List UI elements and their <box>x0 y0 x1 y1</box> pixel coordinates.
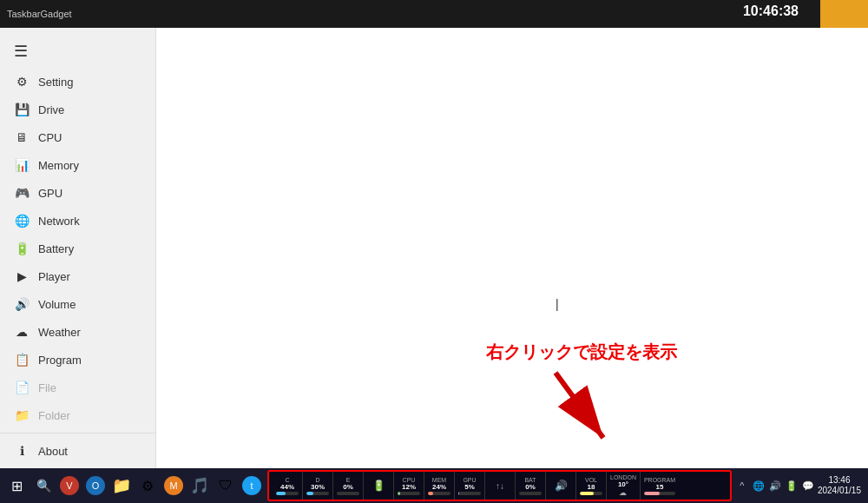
file-icon: 📄 <box>14 380 30 395</box>
svg-line-1 <box>556 373 603 438</box>
folder-taskbar-icon: 📁 <box>112 476 131 495</box>
hint-container: 右クリックで設定を表示 <box>486 341 677 451</box>
sidebar-item-weather[interactable]: ☁ Weather <box>0 318 155 346</box>
cursor-indicator: | <box>556 297 559 311</box>
search-button[interactable]: 🔍 <box>31 473 56 498</box>
twitter-icon: t <box>242 476 261 495</box>
taskbar-app-music[interactable]: 🎵 <box>187 473 212 498</box>
tray-battery-icon[interactable]: 🔋 <box>785 479 799 493</box>
gadget-e-drive: E 0% <box>333 472 364 500</box>
tray-clock[interactable]: 13:46 2024/01/15 <box>818 475 861 496</box>
top-bar: TaskbarGadget 10:46:38 <box>0 0 868 28</box>
tray-msg-icon[interactable]: 💬 <box>801 479 815 493</box>
setting-icon: ⚙ <box>14 74 30 89</box>
sidebar-item-program[interactable]: 📋 Program <box>0 346 155 374</box>
player-icon: ▶ <box>14 268 30 284</box>
taskbar-app-folder[interactable]: 📁 <box>109 473 134 498</box>
sidebar-item-battery[interactable]: 🔋 Battery <box>0 235 155 262</box>
clock-display: 10:46:38 <box>743 3 799 19</box>
taskbar-pinned-apps: V O 📁 ⚙ M 🎵 🛡 t <box>57 473 264 498</box>
sidebar-item-network[interactable]: 🌐 Network <box>0 207 155 235</box>
taskbar-app-settings[interactable]: ⚙ <box>135 473 160 498</box>
sidebar-item-player[interactable]: ▶ Player <box>0 262 155 290</box>
gpu-icon: 🎮 <box>14 185 30 201</box>
sidebar-item-setting[interactable]: ⚙ Setting <box>0 68 155 96</box>
settings-taskbar-icon: ⚙ <box>141 478 154 494</box>
sidebar-item-volume[interactable]: 🔊 Volume <box>0 290 155 318</box>
top-bar-corner <box>820 0 868 28</box>
sidebar-item-drive[interactable]: 💾 Drive <box>0 96 155 123</box>
vivaldi-icon: V <box>60 476 79 495</box>
tray-volume-icon[interactable]: 🔊 <box>768 479 782 493</box>
gadget-c-drive: C 44% <box>273 472 303 500</box>
taskbar-app-blue[interactable]: O <box>83 473 108 498</box>
weather-icon: ☁ <box>14 324 30 340</box>
gadget-network: ↑↓ <box>485 472 516 500</box>
gadget-program: Program 15 <box>641 472 679 500</box>
sidebar-item-memory[interactable]: 📊 Memory <box>0 151 155 179</box>
gadget-cpu: CPU 12% <box>394 472 424 500</box>
start-button[interactable]: ⊞ <box>3 473 30 499</box>
menu-icon[interactable]: ☰ <box>0 35 155 68</box>
gadget-gpu: GPU 5% <box>455 472 485 500</box>
taskbar-app-vivaldi[interactable]: V <box>57 473 82 498</box>
music-icon: 🎵 <box>190 476 209 495</box>
tray-network-icon[interactable]: 🌐 <box>752 479 766 493</box>
taskbar: ⊞ 🔍 V O 📁 ⚙ M 🎵 🛡 t <box>0 468 868 503</box>
gadget-bat: BAT 0% <box>516 472 546 500</box>
sidebar-item-file: 📄 File <box>0 374 155 401</box>
drive-icon: 💾 <box>14 102 30 117</box>
gadget-memory: MEM 24% <box>424 472 455 500</box>
gadget-speaker: 🔊 <box>546 472 576 500</box>
about-icon: ℹ <box>14 443 30 459</box>
search-icon: 🔍 <box>36 479 51 493</box>
gadget-bar: C 44% D 30% E 0% 🔋 CPU <box>267 470 732 501</box>
gadget-battery-icon: 🔋 <box>364 472 394 500</box>
sidebar-item-cpu[interactable]: 🖥 CPU <box>0 123 155 151</box>
taskbar-app-twitter[interactable]: t <box>240 473 264 498</box>
sidebar-divider <box>0 433 155 434</box>
content-area: | 右クリックで設定を表示 <box>156 28 868 468</box>
sidebar-item-gpu[interactable]: 🎮 GPU <box>0 179 155 207</box>
sidebar-item-folder: 📁 Folder <box>0 401 155 429</box>
gadget-d-drive: D 30% <box>303 472 333 500</box>
tray-chevron[interactable]: ^ <box>735 479 749 493</box>
windows-icon: ⊞ <box>11 478 23 494</box>
app-title: TaskbarGadget <box>7 9 72 19</box>
gadget-weather: London 10° ☁ <box>607 472 641 500</box>
hint-arrow <box>547 364 616 451</box>
hint-text: 右クリックで設定を表示 <box>486 341 677 364</box>
sidebar: ☰ ⚙ Setting 💾 Drive 🖥 CPU 📊 Memory 🎮 GPU… <box>0 28 156 468</box>
taskbar-app-shield[interactable]: 🛡 <box>214 473 238 498</box>
battery-icon: 🔋 <box>14 241 30 256</box>
system-tray: ^ 🌐 🔊 🔋 💬 13:46 2024/01/15 <box>735 475 865 496</box>
shield-icon: 🛡 <box>219 478 233 493</box>
sidebar-item-about[interactable]: ℹ About <box>0 437 155 465</box>
network-icon: 🌐 <box>14 213 30 228</box>
orange-app-icon: M <box>164 476 183 495</box>
gadget-volume: VOL 18 <box>576 472 607 500</box>
memory-icon: 📊 <box>14 157 30 173</box>
app-blue-icon: O <box>86 476 105 495</box>
volume-icon: 🔊 <box>14 296 30 312</box>
folder-icon: 📁 <box>14 407 30 423</box>
main-layout: ☰ ⚙ Setting 💾 Drive 🖥 CPU 📊 Memory 🎮 GPU… <box>0 28 868 468</box>
cpu-icon: 🖥 <box>14 129 30 145</box>
program-icon: 📋 <box>14 352 30 367</box>
taskbar-app-orange[interactable]: M <box>161 473 186 498</box>
